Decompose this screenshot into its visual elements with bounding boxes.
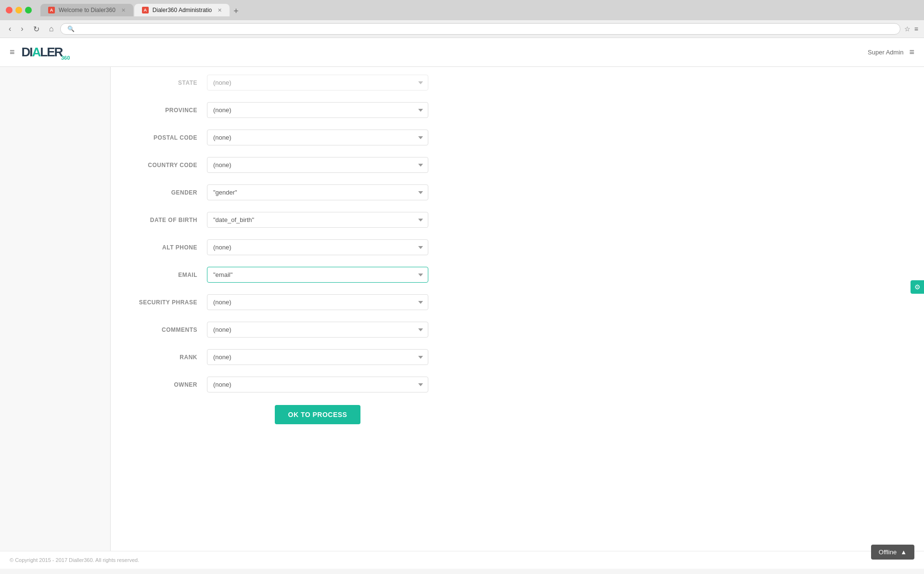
label-province: PROVINCE [130, 107, 207, 114]
tab-close-welcome[interactable]: ✕ [121, 7, 126, 13]
select-gender[interactable]: "gender" [207, 184, 428, 200]
nav-right-icons: ☆ ≡ [904, 25, 918, 33]
field-postal-code: (none) [207, 130, 428, 145]
field-alt-phone: (none) [207, 239, 428, 255]
logo-360: 360 [61, 55, 70, 61]
address-bar[interactable]: 🔍 [60, 23, 900, 35]
select-state[interactable]: (none) [207, 75, 428, 91]
field-dob: "date_of_birth" [207, 212, 428, 228]
home-button[interactable]: ⌂ [46, 24, 57, 34]
label-email: EMAIL [130, 272, 207, 278]
offline-label: Offline [879, 548, 897, 556]
tab-icon-admin: A [142, 7, 149, 13]
tab-close-admin[interactable]: ✕ [218, 7, 222, 13]
ok-to-process-button[interactable]: OK TO PROCESS [275, 405, 361, 424]
select-comments[interactable]: (none) [207, 322, 428, 338]
label-dob: DATE OF BIRTH [130, 217, 207, 223]
content-area: STATE (none) PROVINCE (none) [111, 67, 924, 551]
field-province: (none) [207, 102, 428, 118]
menu-icon[interactable]: ≡ [914, 25, 918, 33]
form-container: STATE (none) PROVINCE (none) [111, 67, 448, 444]
form-row-comments: COMMENTS (none) [130, 319, 428, 340]
form-row-alt-phone: ALT PHONE (none) [130, 236, 428, 258]
bookmark-icon[interactable]: ☆ [904, 25, 911, 33]
label-owner: OWNER [130, 381, 207, 388]
sidebar [0, 67, 111, 551]
sidebar-toggle-button[interactable]: ≡ [10, 47, 15, 57]
select-province[interactable]: (none) [207, 102, 428, 118]
logo-text: DIALER [22, 45, 63, 59]
field-comments: (none) [207, 322, 428, 338]
browser-chrome: A Welcome to Dialer360 ✕ A Dialer360 Adm… [0, 0, 924, 38]
form-row-owner: OWNER (none) [130, 374, 428, 395]
select-security-phrase[interactable]: (none) [207, 294, 428, 310]
main-container: STATE (none) PROVINCE (none) [0, 67, 924, 551]
footer-copyright: © Copyright 2015 - 2017 Dialler360. All … [10, 557, 139, 563]
search-icon: 🔍 [67, 26, 75, 32]
label-country-code: COUNTRY CODE [130, 162, 207, 169]
form-row-country-code: COUNTRY CODE (none) [130, 154, 428, 176]
select-postal-code[interactable]: (none) [207, 130, 428, 145]
select-owner[interactable]: (none) [207, 377, 428, 392]
back-button[interactable]: ‹ [6, 24, 14, 34]
tab-icon-welcome: A [48, 7, 55, 13]
tab-admin[interactable]: A Dialer360 Administratio ✕ [134, 4, 230, 16]
logo: DIALER 360 [22, 45, 63, 60]
label-postal-code: POSTAL CODE [130, 134, 207, 141]
form-row-dob: DATE OF BIRTH "date_of_birth" [130, 209, 428, 231]
browser-navbar: ‹ › ↻ ⌂ 🔍 ☆ ≡ [0, 20, 924, 38]
header-menu-button[interactable]: ≡ [909, 47, 914, 57]
label-comments: COMMENTS [130, 326, 207, 333]
label-rank: RANK [130, 354, 207, 361]
refresh-button[interactable]: ↻ [30, 24, 42, 35]
select-dob[interactable]: "date_of_birth" [207, 212, 428, 228]
tab-welcome[interactable]: A Welcome to Dialer360 ✕ [40, 4, 133, 16]
offline-arrow-icon: ▲ [900, 548, 907, 556]
settings-icon: ⚙ [914, 283, 921, 291]
browser-dots [6, 7, 32, 13]
select-rank[interactable]: (none) [207, 349, 428, 365]
close-dot[interactable] [6, 7, 13, 13]
form-row-province: PROVINCE (none) [130, 99, 428, 121]
label-state: STATE [130, 79, 207, 86]
form-row-state: STATE (none) [130, 72, 428, 93]
label-gender: GENDER [130, 189, 207, 196]
field-country-code: (none) [207, 157, 428, 173]
new-tab-button[interactable]: + [231, 6, 242, 16]
form-row-postal-code: POSTAL CODE (none) [130, 127, 428, 148]
label-alt-phone: ALT PHONE [130, 244, 207, 251]
user-label: Super Admin [868, 49, 903, 56]
forward-button[interactable]: › [18, 24, 26, 34]
field-rank: (none) [207, 349, 428, 365]
form-row-security-phrase: SECURITY PHRASE (none) [130, 291, 428, 313]
select-country-code[interactable]: (none) [207, 157, 428, 173]
select-email[interactable]: "email" [207, 267, 428, 283]
form-row-rank: RANK (none) [130, 346, 428, 368]
form-row-gender: GENDER "gender" [130, 182, 428, 203]
settings-side-button[interactable]: ⚙ [911, 280, 924, 294]
header-right: Super Admin ≡ [868, 47, 914, 57]
form-row-email: EMAIL "email" [130, 264, 428, 286]
submit-row: OK TO PROCESS [130, 405, 428, 424]
select-alt-phone[interactable]: (none) [207, 239, 428, 255]
field-owner: (none) [207, 377, 428, 392]
label-security-phrase: SECURITY PHRASE [130, 299, 207, 306]
browser-titlebar: A Welcome to Dialer360 ✕ A Dialer360 Adm… [0, 0, 924, 20]
field-state: (none) [207, 75, 428, 91]
tab-label-welcome: Welcome to Dialer360 [59, 7, 116, 13]
offline-badge[interactable]: Offline ▲ [871, 545, 914, 560]
minimize-dot[interactable] [15, 7, 22, 13]
field-security-phrase: (none) [207, 294, 428, 310]
tab-label-admin: Dialer360 Administratio [153, 7, 212, 13]
browser-tabs: A Welcome to Dialer360 ✕ A Dialer360 Adm… [40, 4, 242, 16]
app-footer: © Copyright 2015 - 2017 Dialler360. All … [0, 551, 924, 569]
field-gender: "gender" [207, 184, 428, 200]
field-email: "email" [207, 267, 428, 283]
maximize-dot[interactable] [25, 7, 32, 13]
app-wrapper: ≡ DIALER 360 Super Admin ≡ STATE [0, 38, 924, 569]
app-header: ≡ DIALER 360 Super Admin ≡ [0, 38, 924, 67]
